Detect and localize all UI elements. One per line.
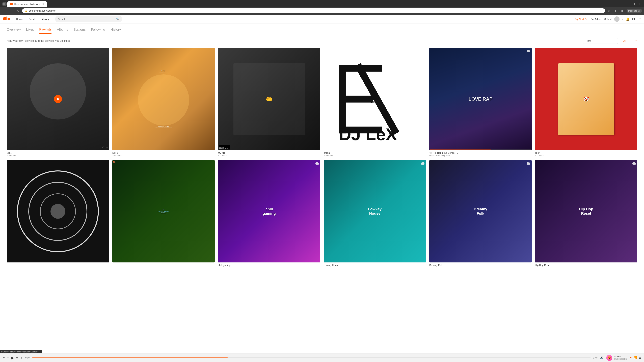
playlist-thumb-mix3: LTU LIKE THAT TONY H & SVAVE SHE MOVES T… bbox=[112, 48, 215, 150]
svg-rect-5 bbox=[8, 17, 8, 20]
sc-logo[interactable] bbox=[3, 16, 10, 22]
tab-stations[interactable]: Stations bbox=[74, 28, 86, 33]
tab-playlists[interactable]: Playlists bbox=[39, 27, 52, 34]
minimize-button[interactable]: — bbox=[625, 2, 630, 6]
playlist-author-loverap: Hustle: Rap & Hip-Hop bbox=[429, 155, 532, 157]
playlist-name-loverap: 🤍 Hip-Hop Love Songs: ... bbox=[429, 151, 532, 154]
tab-overview[interactable]: Overview bbox=[7, 28, 21, 33]
lock-icon: 🔒 bbox=[25, 9, 28, 12]
more-options-icon[interactable]: ••• bbox=[638, 17, 641, 21]
parental-advisory-badge: PARENTALADVISORYEXPLICIT CONTENT bbox=[219, 145, 230, 149]
tab-history[interactable]: History bbox=[110, 28, 121, 33]
sc-cloud-icon-loverap bbox=[526, 49, 530, 53]
forward-button[interactable]: → bbox=[9, 8, 14, 13]
playlist-grid-row1: ♡ ··· Mix4 A24beaba LTU LIKE THAT TONY H… bbox=[7, 48, 637, 157]
new-tab-button[interactable]: + bbox=[48, 2, 52, 6]
soundcloud-app: Home Feed Library 🔍 Try Next Pro For Art… bbox=[0, 15, 644, 274]
avatar-chevron[interactable]: ▾ bbox=[622, 18, 623, 20]
filter-input[interactable] bbox=[583, 38, 618, 44]
playlist-name-mix3: Mix 3 bbox=[112, 151, 215, 154]
svg-rect-4 bbox=[7, 17, 8, 20]
playlist-item-hiphop[interactable]: Hip HopReset Hip Hop Reset bbox=[535, 160, 637, 267]
playlist-item-loverap[interactable]: LOVE RAP 🤍 Hip-Hop Love Songs: ... Hustl… bbox=[429, 48, 532, 157]
playlist-item-radio[interactable] bbox=[7, 160, 109, 267]
refresh-button[interactable]: ↻ bbox=[16, 8, 21, 13]
tab-close-button[interactable]: ✕ bbox=[42, 3, 44, 5]
playlist-item-mix3[interactable]: LTU LIKE THAT TONY H & SVAVE SHE MOVES T… bbox=[112, 48, 215, 157]
like-icon-mix4[interactable]: ♡ bbox=[102, 146, 104, 149]
playlist-thumb-radio bbox=[7, 160, 109, 263]
sc-header: Home Feed Library 🔍 Try Next Pro For Art… bbox=[0, 15, 644, 23]
message-icon[interactable]: ✉ bbox=[632, 17, 635, 21]
playlist-item-chillgaming[interactable]: chillgaming chill gaming bbox=[218, 160, 320, 267]
playlist-item-encyclopedia[interactable]: 🎵 ENCYCLOPEDIA EDITION 🎵 bbox=[112, 160, 215, 267]
soundcloud-logo-icon bbox=[3, 16, 10, 22]
maximize-button[interactable]: ❐ bbox=[631, 2, 636, 6]
search-input[interactable] bbox=[58, 18, 115, 20]
playlist-item-official[interactable]:  DJ LeX bbox=[324, 48, 426, 157]
search-icon: 🔍 bbox=[116, 17, 120, 21]
tab-likes[interactable]: Likes bbox=[26, 28, 34, 33]
nav-home[interactable]: Home bbox=[14, 16, 26, 22]
playlist-thumb-dreamyfolk: DreamyFolk bbox=[429, 160, 532, 263]
browser-nav: ← → ↻ 🔒 soundcloud.com/you/sets ☆ ⬇ ▣ In… bbox=[0, 7, 644, 15]
svg-rect-10 bbox=[339, 96, 373, 103]
upload-button[interactable]: Upload bbox=[604, 18, 612, 20]
download-icon[interactable]: ⬇ bbox=[613, 8, 618, 13]
tab-following[interactable]: Following bbox=[91, 28, 105, 33]
playlist-thumb-encyclopedia: 🎵 ENCYCLOPEDIA EDITION 🎵 bbox=[112, 160, 215, 263]
playlist-thumb-loverap: LOVE RAP bbox=[429, 48, 532, 150]
playlist-item-dreamyfolk[interactable]: DreamyFolk Dreamy Folk bbox=[429, 160, 532, 267]
svg-rect-6 bbox=[8, 18, 9, 20]
play-button-mix4[interactable] bbox=[54, 95, 62, 103]
try-next-pro-button[interactable]: Try Next Pro bbox=[575, 18, 588, 20]
more-icon-mix4[interactable]: ··· bbox=[106, 146, 108, 149]
playlist-name-mymix: My Mix bbox=[218, 151, 320, 154]
back-button[interactable]: ← bbox=[2, 8, 8, 13]
tab-bar: Hear your own playlists and th ✕ + — ❐ ✕ bbox=[0, 0, 644, 7]
nav-library[interactable]: Library bbox=[38, 16, 52, 22]
active-tab[interactable]: Hear your own playlists and th ✕ bbox=[8, 1, 47, 7]
sc-cloud-icon-dreamyfolk bbox=[526, 162, 530, 165]
playlist-thumb-official:  DJ LeX bbox=[324, 48, 426, 150]
playlist-item-lowkeyhouse[interactable]: LowkeyHouse Lowkey House bbox=[324, 160, 426, 267]
tab-albums[interactable]: Albums bbox=[57, 28, 68, 33]
sc-search: 🔍 bbox=[55, 16, 122, 22]
for-artists-link[interactable]: For Artists bbox=[591, 18, 602, 20]
tab-favicon bbox=[10, 3, 13, 5]
user-avatar[interactable] bbox=[614, 16, 620, 22]
playlist-thumb-mymix: 🤲 PARENTALADVISORYEXPLICIT CONTENT bbox=[218, 48, 320, 150]
search-box[interactable]: 🔍 bbox=[55, 16, 122, 22]
svg-rect-0 bbox=[3, 17, 4, 20]
nav-actions: ☆ ⬇ ▣ Incognito (2) bbox=[606, 8, 642, 13]
tab-switcher-button[interactable] bbox=[2, 2, 7, 6]
sc-cloud-icon-hiphop bbox=[632, 162, 636, 165]
filter-row: Hear your own playlists and the playlist… bbox=[7, 38, 637, 44]
close-window-button[interactable]: ✕ bbox=[637, 2, 642, 6]
svg-rect-1 bbox=[4, 17, 5, 20]
library-tabs: Overview Likes Playlists Albums Stations… bbox=[0, 23, 644, 34]
playlist-name-official: official bbox=[324, 151, 426, 154]
playlist-item-mymix[interactable]: 🤲 PARENTALADVISORYEXPLICIT CONTENT My Mi… bbox=[218, 48, 320, 157]
address-bar[interactable]: 🔒 soundcloud.com/you/sets bbox=[22, 8, 605, 13]
playlist-name-tiger: tiger bbox=[535, 151, 637, 154]
nav-feed[interactable]: Feed bbox=[26, 16, 37, 22]
playlist-item-mix4[interactable]: ♡ ··· Mix4 A24beaba bbox=[7, 48, 109, 157]
sc-cloud-icon-chillgaming bbox=[315, 162, 319, 165]
incognito-badge[interactable]: Incognito (2) bbox=[626, 9, 642, 13]
notification-bell-icon[interactable]: 🔔 bbox=[626, 17, 630, 21]
svg-text:DJ LeX: DJ LeX bbox=[339, 125, 397, 142]
playlist-name-hiphop: Hip Hop Reset bbox=[535, 264, 637, 267]
tab-title: Hear your own playlists and th bbox=[14, 3, 41, 5]
playlist-item-tiger[interactable]: 🤡 tiger A24beaba bbox=[535, 48, 637, 157]
playlist-thumb-mix4: ♡ ··· bbox=[7, 48, 109, 150]
filter-select[interactable]: All Created Liked bbox=[620, 38, 637, 44]
playlist-grid-row2: 🎵 ENCYCLOPEDIA EDITION 🎵 chillgaming bbox=[7, 160, 637, 267]
sidebar-toggle-icon[interactable]: ▣ bbox=[620, 8, 624, 13]
url-text: soundcloud.com/you/sets bbox=[29, 9, 602, 12]
bookmark-star-icon[interactable]: ☆ bbox=[606, 8, 611, 13]
main-content: Hear your own playlists and the playlist… bbox=[0, 34, 644, 274]
dreamy-folk-label: DreamyFolk bbox=[474, 207, 487, 216]
filter-description: Hear your own playlists and the playlist… bbox=[7, 39, 70, 42]
svg-rect-7 bbox=[9, 18, 10, 20]
